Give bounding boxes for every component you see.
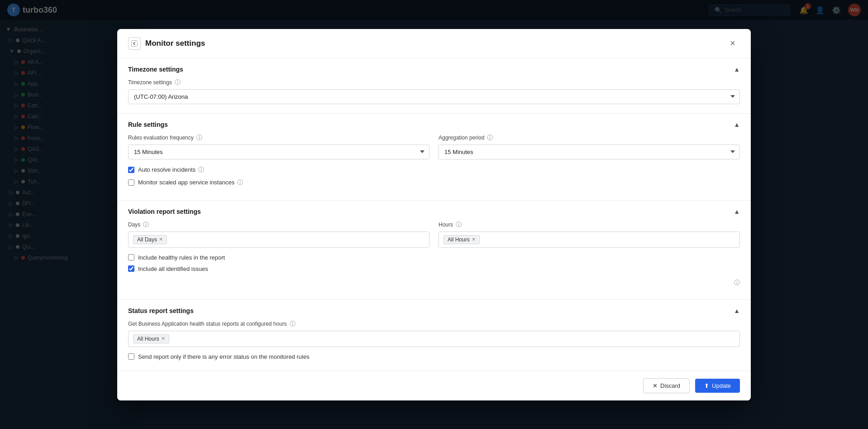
include-issues-row: Include all identified issues <box>128 265 740 272</box>
auto-resolve-row: Auto resolve incidents ⓘ <box>128 166 740 174</box>
include-healthy-row: Include healthy rules in the report <box>128 254 740 261</box>
send-report-checkbox[interactable] <box>128 353 134 360</box>
hours-tag-input[interactable]: All Hours ✕ <box>439 231 740 248</box>
violation-section: Violation report settings ▲ Days ⓘ All D… <box>117 201 751 300</box>
update-icon: ⬆ <box>704 382 709 389</box>
violation-form-row: Days ⓘ All Days ✕ Hours <box>128 221 740 248</box>
svg-rect-0 <box>132 40 138 46</box>
include-issues-label: Include all identified issues <box>138 265 208 272</box>
update-label: Update <box>712 382 731 389</box>
timezone-label: Timezone settings ⓘ <box>128 78 740 87</box>
auto-resolve-checkbox[interactable] <box>128 167 134 173</box>
include-issues-checkbox[interactable] <box>128 265 134 272</box>
modal-overlay: Monitor settings × Timezone settings ▲ T… <box>0 0 868 429</box>
timezone-select[interactable]: (UTC-07:00) Arizona <box>128 89 740 104</box>
modal-close-button[interactable]: × <box>725 36 740 51</box>
timezone-section-title: Timezone settings <box>128 66 183 73</box>
frequency-select[interactable]: 15 Minutes <box>128 145 429 159</box>
days-label: Days ⓘ <box>128 221 429 229</box>
modal-body: Timezone settings ▲ Timezone settings ⓘ … <box>117 58 751 371</box>
modal-title: Monitor settings <box>145 39 205 48</box>
update-button[interactable]: ⬆ Update <box>695 379 740 393</box>
frequency-label: Rules evaluation frequency ⓘ <box>128 134 429 142</box>
violation-section-title: Violation report settings <box>128 208 201 215</box>
discard-label: Discard <box>660 382 680 389</box>
aggregation-select[interactable]: 15 Minutes <box>439 145 740 159</box>
status-hours-info-icon[interactable]: ⓘ <box>290 320 296 328</box>
violation-section-info-icon[interactable]: ⓘ <box>734 279 740 287</box>
status-hours-all-tag: All Hours ✕ <box>133 334 169 343</box>
hours-tag-remove[interactable]: ✕ <box>472 236 476 242</box>
status-section-header[interactable]: Status report settings ▲ <box>128 300 740 320</box>
hours-label: Hours ⓘ <box>439 221 740 229</box>
auto-resolve-info-icon[interactable]: ⓘ <box>198 166 204 174</box>
aggregation-form-group: Aggregation period ⓘ 15 Minutes <box>439 134 740 159</box>
include-healthy-label: Include healthy rules in the report <box>138 254 225 261</box>
modal-header: Monitor settings × <box>117 29 751 58</box>
rule-form-row: Rules evaluation frequency ⓘ 15 Minutes … <box>128 134 740 159</box>
status-section: Status report settings ▲ Get Business Ap… <box>117 300 751 371</box>
modal-footer: ✕ Discard ⬆ Update <box>117 371 751 400</box>
discard-button[interactable]: ✕ Discard <box>643 378 690 393</box>
status-hours-label: Get Business Application health status r… <box>128 320 740 328</box>
monitor-scaled-label: Monitor scaled app service instances ⓘ <box>138 178 243 187</box>
modal-back-button[interactable] <box>128 37 141 50</box>
send-report-row: Send report only if there is any error s… <box>128 353 740 360</box>
frequency-info-icon[interactable]: ⓘ <box>196 134 202 142</box>
violation-chevron-icon: ▲ <box>734 208 740 215</box>
status-hours-tag-remove[interactable]: ✕ <box>161 336 165 342</box>
hours-form-group: Hours ⓘ All Hours ✕ <box>439 221 740 248</box>
days-form-group: Days ⓘ All Days ✕ <box>128 221 429 248</box>
violation-section-header[interactable]: Violation report settings ▲ <box>128 201 740 221</box>
timezone-info-icon[interactable]: ⓘ <box>175 78 181 87</box>
auto-resolve-label: Auto resolve incidents ⓘ <box>138 166 204 174</box>
monitor-scaled-row: Monitor scaled app service instances ⓘ <box>128 178 740 187</box>
rule-section-title: Rule settings <box>128 121 168 128</box>
monitor-scaled-info-icon[interactable]: ⓘ <box>237 178 243 187</box>
modal-title-area: Monitor settings <box>128 37 205 50</box>
timezone-form-group: Timezone settings ⓘ (UTC-07:00) Arizona <box>128 78 740 104</box>
status-chevron-icon: ▲ <box>734 307 740 314</box>
days-tag-remove[interactable]: ✕ <box>159 236 163 242</box>
timezone-section: Timezone settings ▲ Timezone settings ⓘ … <box>117 58 751 114</box>
aggregation-label: Aggregation period ⓘ <box>439 134 740 142</box>
aggregation-info-icon[interactable]: ⓘ <box>487 134 493 142</box>
timezone-section-header[interactable]: Timezone settings ▲ <box>128 58 740 78</box>
rule-section-header[interactable]: Rule settings ▲ <box>128 114 740 134</box>
status-hours-tag-input[interactable]: All Hours ✕ <box>128 331 740 347</box>
monitor-settings-modal: Monitor settings × Timezone settings ▲ T… <box>117 29 751 400</box>
rule-section: Rule settings ▲ Rules evaluation frequen… <box>117 114 751 201</box>
days-info-icon[interactable]: ⓘ <box>143 221 149 229</box>
discard-x-icon: ✕ <box>653 382 658 389</box>
days-tag-input[interactable]: All Days ✕ <box>128 231 429 248</box>
frequency-form-group: Rules evaluation frequency ⓘ 15 Minutes <box>128 134 429 159</box>
hours-info-icon[interactable]: ⓘ <box>456 221 462 229</box>
monitor-scaled-checkbox[interactable] <box>128 179 134 186</box>
days-all-tag: All Days ✕ <box>133 235 167 244</box>
hours-all-tag: All Hours ✕ <box>444 235 480 244</box>
rule-chevron-icon: ▲ <box>734 121 740 128</box>
timezone-chevron-icon: ▲ <box>734 66 740 73</box>
status-section-title: Status report settings <box>128 307 194 314</box>
status-hours-form-group: Get Business Application health status r… <box>128 320 740 347</box>
include-healthy-checkbox[interactable] <box>128 254 134 260</box>
send-report-label: Send report only if there is any error s… <box>138 353 310 360</box>
violation-info-area: ⓘ <box>128 277 740 290</box>
